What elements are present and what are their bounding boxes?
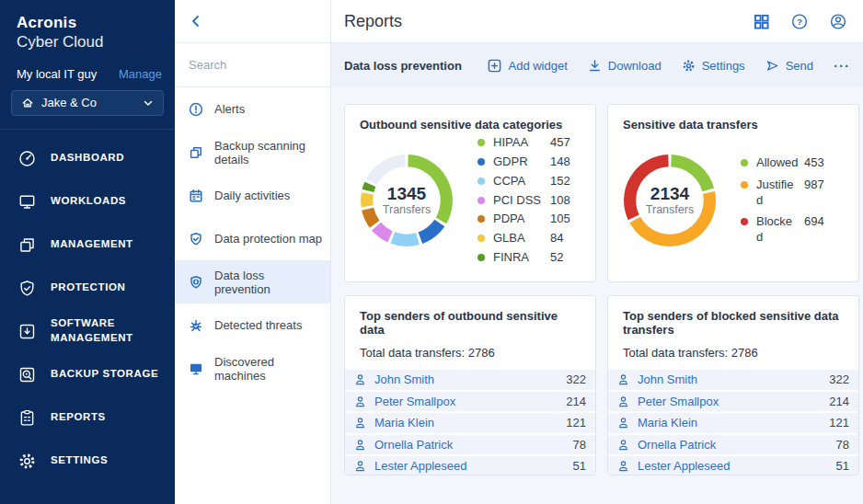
report-item-discovered-machines[interactable]: Discovered machines [175, 347, 330, 390]
report-item-data-loss-prevention[interactable]: Data loss prevention [175, 260, 330, 304]
report-item-data-protection-map[interactable]: Data protection map [175, 217, 330, 260]
legend-value: 84 [550, 231, 563, 246]
legend-label: Justified [756, 178, 799, 209]
legend-dot [741, 218, 748, 225]
donut-chart-transfers: 2134 Transfers [623, 154, 717, 247]
backup-scanning-icon [189, 145, 203, 160]
primary-sidebar: Acronis Cyber Cloud My local IT guy Mana… [0, 0, 175, 504]
sender-row: Maria Klein121 [345, 413, 595, 433]
sender-row: Lester Appleseed51 [608, 456, 858, 475]
manage-link[interactable]: Manage [119, 67, 162, 81]
legend-item: Blocked694 [741, 214, 824, 246]
legend-value: 987 [804, 178, 824, 193]
sender-name-link[interactable]: John Smith [638, 372, 697, 386]
person-icon [354, 460, 366, 472]
settings-button[interactable]: Settings [682, 59, 745, 73]
widget-sensitive-transfers: Sensitive data transfers 2134 Transfers … [607, 104, 859, 282]
account-icon[interactable] [830, 13, 846, 29]
legend-item: GLBA84 [478, 231, 570, 246]
send-label: Send [786, 59, 813, 73]
tenant-selector[interactable]: Jake & Co [11, 90, 164, 116]
more-actions-button[interactable]: ··· [834, 58, 850, 74]
settings-label: Settings [702, 59, 745, 73]
sender-value: 78 [573, 438, 586, 452]
nav-label: SOFTWARE MANAGEMENT [51, 316, 152, 345]
apps-grid-icon[interactable] [753, 13, 769, 29]
download-icon [588, 59, 602, 73]
legend-label: FINRA [493, 250, 545, 266]
sender-name-link[interactable]: Maria Klein [374, 416, 434, 430]
report-item-label: Daily activities [214, 189, 290, 202]
sender-name-link[interactable]: Lester Appleseed [374, 459, 466, 473]
legend-value: 108 [550, 193, 570, 209]
sidebar-item-workloads[interactable]: WORKLOADS [0, 180, 175, 223]
legend-label: HIPAA [493, 135, 545, 151]
sender-value: 322 [566, 372, 586, 386]
acronis-logo: Acronis Cyber Cloud [0, 0, 175, 52]
sender-row: Maria Klein121 [608, 413, 858, 433]
legend-value: 457 [550, 135, 570, 151]
sender-name-link[interactable]: Ornella Patrick [638, 438, 716, 452]
person-icon [354, 417, 366, 429]
sender-name-link[interactable]: Lester Appleseed [638, 459, 730, 473]
legend-item: PDPA105 [478, 212, 570, 227]
dlp-lock-icon [189, 275, 203, 290]
add-widget-label: Add widget [508, 59, 567, 73]
shield-check-icon [189, 232, 203, 246]
help-icon[interactable]: ? [791, 13, 808, 29]
dashboard-icon [17, 148, 37, 168]
download-label: Download [608, 59, 662, 73]
person-icon [617, 395, 629, 407]
person-icon [617, 439, 629, 451]
sender-name-link[interactable]: John Smith [374, 372, 434, 386]
svg-text:?: ? [797, 16, 802, 26]
sender-name-link[interactable]: Peter Smallpox [638, 395, 719, 408]
legend-dot [478, 254, 485, 261]
report-item-alerts[interactable]: Alerts [175, 87, 330, 131]
sidebar-item-settings[interactable]: SETTINGS [0, 440, 175, 483]
legend-label: Blocked [756, 214, 799, 246]
page-title: Reports [344, 12, 753, 31]
sidebar-item-management[interactable]: MANAGEMENT [0, 223, 175, 267]
sidebar-item-backup-storage[interactable]: BACKUP STORAGE [0, 353, 175, 396]
legend-dot [478, 215, 485, 223]
add-widget-button[interactable]: Add widget [488, 59, 567, 73]
sidebar-item-dashboard[interactable]: DASHBOARD [0, 137, 175, 180]
alert-icon [189, 102, 203, 117]
sender-name-link[interactable]: Ornella Patrick [374, 438, 453, 452]
sender-row: Lester Appleseed51 [345, 456, 595, 475]
sidebar-item-reports[interactable]: REPORTS [0, 396, 175, 440]
sender-list: John Smith322Peter Smallpox214Maria Klei… [345, 370, 595, 475]
person-icon [354, 373, 366, 385]
gear-icon [682, 59, 696, 73]
search-input[interactable] [175, 58, 330, 72]
machine-icon [189, 361, 203, 376]
report-item-daily-activities[interactable]: Daily activities [175, 174, 330, 217]
app-window: Acronis Cyber Cloud My local IT guy Mana… [0, 0, 863, 504]
sender-name-link[interactable]: Maria Klein [638, 416, 697, 430]
sender-value: 51 [836, 459, 849, 473]
widget-title: Top senders of outbound sensitive data [345, 296, 595, 337]
legend-label: GLBA [493, 231, 545, 246]
legend-value: 105 [550, 212, 570, 227]
legend-dot [478, 158, 485, 166]
donut-total-label: Transfers [383, 203, 431, 216]
sender-row: Ornella Patrick78 [345, 435, 595, 455]
sidebar-item-software-management[interactable]: SOFTWARE MANAGEMENT [0, 310, 175, 353]
nav-label: PROTECTION [51, 281, 125, 295]
send-button[interactable]: Send [765, 59, 813, 73]
protection-icon [17, 278, 37, 298]
widget-title: Sensitive data transfers [608, 105, 858, 132]
software-management-icon [17, 321, 37, 341]
back-button[interactable] [189, 14, 203, 29]
sender-name-link[interactable]: Peter Smallpox [374, 395, 455, 408]
report-item-backup-scanning-details[interactable]: Backup scanning details [175, 131, 330, 174]
nav-label: DASHBOARD [51, 151, 124, 166]
calendar-icon [189, 189, 203, 203]
sidebar-item-protection[interactable]: PROTECTION [0, 267, 175, 310]
download-button[interactable]: Download [588, 59, 662, 73]
report-item-detected-threats[interactable]: Detected threats [175, 304, 330, 347]
home-icon [21, 97, 34, 109]
report-item-label: Discovered machines [214, 355, 323, 383]
threat-icon [189, 318, 203, 333]
